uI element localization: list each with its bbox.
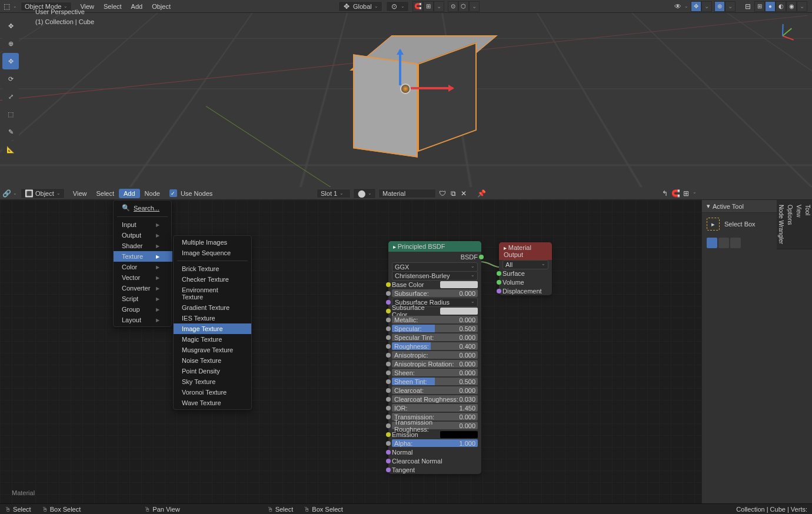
menu-item-script[interactable]: Script▶ [114, 293, 172, 304]
distribution-dropdown[interactable]: GGX⌄ [392, 262, 478, 272]
pivot-dropdown[interactable]: ⊙⌄ [386, 1, 409, 12]
node-property[interactable]: Normal [388, 448, 481, 456]
editor-type-icon[interactable]: 🔗 [2, 189, 11, 198]
node-property[interactable]: Subsurface:0.000 [388, 289, 481, 298]
viewport-3d[interactable]: ⬚⌄ Object Mode⌄ ViewSelectAddObject ✥Glo… [0, 0, 812, 187]
menu-item[interactable]: Point Density [174, 366, 251, 376]
node-property[interactable]: Clearcoat:0.000 [388, 386, 481, 395]
node-property[interactable]: Clearcoat Normal [388, 456, 481, 465]
menu-item-converter[interactable]: Converter▶ [114, 283, 172, 293]
menu-item-color[interactable]: Color▶ [114, 262, 172, 272]
pin-icon[interactable]: 📌 [477, 189, 485, 198]
node-canvas[interactable]: Material ▸ Principled BSDF BSDF GGX⌄ Chr… [0, 200, 701, 503]
menu-item[interactable]: Musgrave Texture [174, 345, 251, 355]
menu-item[interactable]: Multiple Images [174, 237, 251, 248]
menu-item-layout[interactable]: Layout▶ [114, 315, 172, 325]
menu-item-shader[interactable]: Shader▶ [114, 241, 172, 251]
node-property[interactable]: Anisotropic Rotation:0.000 [388, 359, 481, 368]
node-property[interactable]: Tangent [388, 465, 481, 474]
menu-item[interactable]: Magic Texture [174, 334, 251, 345]
tool-transform[interactable]: ⬚ [2, 106, 19, 122]
menu-item[interactable]: Image Texture [174, 323, 251, 334]
visibility-icon[interactable]: 👁 [674, 2, 682, 11]
material-name-field[interactable]: Material [378, 189, 436, 198]
node-property[interactable]: Alpha:1.000 [388, 439, 481, 448]
menu-item[interactable]: Environment Texture [174, 285, 251, 302]
node-principled-bsdf[interactable]: ▸ Principled BSDF BSDF GGX⌄ Christensen-… [388, 241, 481, 474]
duplicate-icon[interactable]: ⧉ [449, 189, 457, 198]
menu-item[interactable]: Brick Texture [174, 263, 251, 274]
tab-view[interactable]: View [794, 200, 803, 249]
tool-annotate[interactable]: ✎ [2, 124, 19, 140]
node-property[interactable]: Specular Tint:0.000 [388, 333, 481, 342]
node-header[interactable]: ▸ Material Output [499, 242, 552, 260]
snap-toggle[interactable]: 🧲⊞⌄ [412, 1, 444, 12]
menu-add[interactable]: Add [119, 189, 140, 198]
node-property[interactable]: Base Color [388, 280, 481, 289]
tab-tool[interactable]: Tool [803, 200, 812, 249]
menu-select[interactable]: Select [91, 189, 119, 198]
tab-node-wrangler[interactable]: Node Wrangler [777, 200, 786, 249]
shield-icon[interactable]: 🛡 [438, 189, 447, 198]
tool-scale[interactable]: ⤢ [2, 88, 19, 105]
select-mode-set[interactable] [707, 238, 717, 248]
select-mode-extend[interactable] [718, 238, 729, 248]
nav-gizmo[interactable] [765, 18, 800, 53]
menu-view[interactable]: View [68, 189, 92, 198]
node-property[interactable]: Transmission Roughness:0.000 [388, 421, 481, 430]
snap-settings-icon[interactable]: ⊞ [682, 189, 690, 198]
menu-item-output[interactable]: Output▶ [114, 230, 172, 241]
menu-item[interactable]: Gradient Texture [174, 302, 251, 313]
node-header[interactable]: ▸ Principled BSDF [388, 241, 481, 252]
node-property[interactable]: Specular:0.500 [388, 324, 481, 333]
gizmo-x-arrow[interactable] [406, 87, 453, 89]
menu-item[interactable]: Wave Texture [174, 398, 251, 408]
sss-method-dropdown[interactable]: Christensen-Burley⌄ [392, 271, 478, 281]
tool-measure[interactable]: 📐 [2, 141, 19, 158]
gizmo-toggle[interactable]: ✥ [691, 1, 701, 12]
node-property[interactable]: Subsurface Color [388, 306, 481, 315]
tab-options[interactable]: Options [786, 200, 794, 249]
node-input[interactable]: Volume [499, 278, 552, 286]
parent-icon[interactable]: ↰ [661, 189, 669, 198]
node-material-output[interactable]: ▸ Material Output All⌄ SurfaceVolumeDisp… [499, 242, 552, 295]
tool-select[interactable]: ⊕ [2, 35, 19, 52]
gizmo-z-arrow[interactable] [399, 50, 401, 85]
orientation-dropdown[interactable]: ✥Global⌄ [338, 1, 382, 12]
tool-rotate[interactable]: ⟳ [2, 71, 19, 87]
xray-icon[interactable]: ⊟ [744, 2, 752, 11]
node-property[interactable]: Metallic:0.000 [388, 315, 481, 324]
node-property[interactable]: Anisotropic:0.000 [388, 351, 481, 359]
object-origin[interactable] [400, 84, 411, 94]
menu-item[interactable]: Image Sequence [174, 248, 251, 258]
shading-modes[interactable]: ⊞●◐◉⌄ [754, 1, 807, 12]
menu-item-input[interactable]: Input▶ [114, 219, 172, 230]
menu-item-group[interactable]: Group▶ [114, 304, 172, 315]
shader-type-dropdown[interactable]: 🔳Object⌄ [21, 188, 65, 199]
node-input[interactable]: Surface [499, 269, 552, 278]
cube-object[interactable] [353, 35, 459, 153]
material-browse[interactable]: ⬤⌄ [353, 188, 376, 199]
node-property[interactable]: IOR:1.450 [388, 403, 481, 412]
target-dropdown[interactable]: All⌄ [502, 260, 548, 269]
node-property[interactable]: Emission [388, 430, 481, 439]
tool-move[interactable]: ✥ [2, 53, 19, 69]
menu-item-vector[interactable]: Vector▶ [114, 272, 172, 283]
snap-icon[interactable]: 🧲 [671, 189, 680, 198]
menu-node[interactable]: Node [140, 189, 165, 198]
node-property[interactable]: Sheen:0.000 [388, 368, 481, 377]
overlay-toggle[interactable]: ⊕ [714, 1, 725, 12]
node-property[interactable]: Clearcoat Roughness:0.030 [388, 395, 481, 403]
menu-item[interactable]: IES Texture [174, 313, 251, 323]
node-property[interactable]: Roughness:0.400 [388, 342, 481, 351]
menu-item[interactable]: Voronoi Texture [174, 387, 251, 398]
use-nodes-checkbox[interactable]: ✓ [169, 189, 177, 197]
slot-dropdown[interactable]: Slot 1⌄ [317, 189, 351, 198]
menu-item[interactable]: Sky Texture [174, 376, 251, 387]
menu-item[interactable]: Checker Texture [174, 274, 251, 285]
node-property[interactable]: Sheen Tint:0.500 [388, 377, 481, 386]
search-label[interactable]: Search... [134, 205, 159, 212]
unlink-icon[interactable]: ✕ [460, 189, 468, 198]
select-mode-subtract[interactable] [730, 238, 741, 248]
menu-select[interactable]: Select [99, 2, 127, 11]
